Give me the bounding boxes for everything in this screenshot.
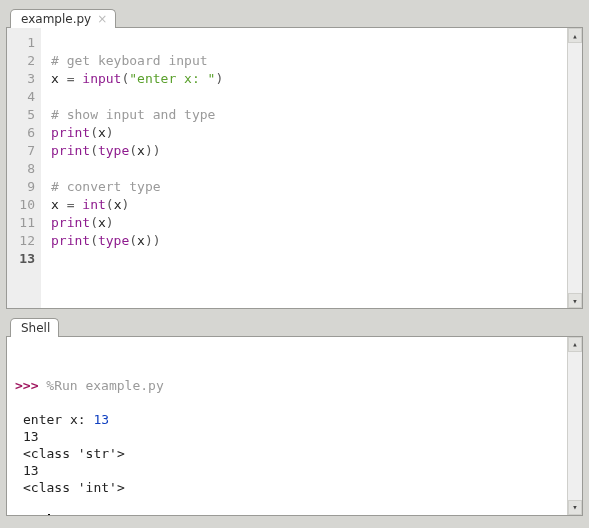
line-number: 4	[11, 88, 35, 106]
token-paren: )	[106, 125, 114, 140]
user-input-value: 13	[93, 412, 109, 427]
code-line[interactable]	[51, 160, 576, 178]
shell-output-line: <class 'int'>	[15, 479, 574, 496]
scroll-down-icon[interactable]: ▾	[568, 500, 582, 515]
token-paren: )	[215, 71, 223, 86]
token-paren: )	[121, 197, 129, 212]
token-ident: x	[51, 71, 67, 86]
scroll-up-icon[interactable]: ▴	[568, 28, 582, 43]
code-line[interactable]	[51, 88, 576, 106]
editor-tab[interactable]: example.py ×	[10, 9, 116, 28]
editor-frame: 12345678910111213 # get keyboard inputx …	[6, 27, 583, 309]
code-line[interactable]: print(x)	[51, 124, 576, 142]
shell-output-line: 13	[15, 428, 574, 445]
token-paren: (	[90, 143, 98, 158]
run-command: %Run example.py	[46, 378, 163, 393]
editor-body[interactable]: 12345678910111213 # get keyboard inputx …	[7, 28, 582, 308]
shell-frame: >>> %Run example.py enter x: 1313<class …	[6, 336, 583, 516]
token-builtin: int	[82, 197, 105, 212]
close-icon[interactable]: ×	[97, 13, 107, 25]
shell-prompt-line: >>> %Run example.py	[15, 377, 574, 394]
line-number: 2	[11, 52, 35, 70]
shell-output-line: <class 'str'>	[15, 445, 574, 462]
token-paren: (	[90, 125, 98, 140]
token-op: =	[67, 71, 83, 86]
token-ident: x	[98, 215, 106, 230]
scroll-down-icon[interactable]: ▾	[568, 293, 582, 308]
shell-prompt-line: >>>	[15, 513, 574, 515]
line-number: 10	[11, 196, 35, 214]
shell-scrollbar[interactable]: ▴ ▾	[567, 337, 582, 515]
token-paren: (	[106, 197, 114, 212]
line-number: 1	[11, 34, 35, 52]
token-builtin: print	[51, 125, 90, 140]
token-ident: x	[137, 143, 145, 158]
token-ident: x	[137, 233, 145, 248]
token-paren: (	[129, 233, 137, 248]
code-line[interactable]: print(type(x))	[51, 232, 576, 250]
shell-tab-label: Shell	[21, 321, 50, 335]
shell-panel: Shell >>> %Run example.py enter x: 1313<…	[0, 313, 589, 520]
code-line[interactable]	[51, 34, 576, 52]
code-line[interactable]: print(x)	[51, 214, 576, 232]
token-builtin: print	[51, 233, 90, 248]
token-comment: # get keyboard input	[51, 53, 208, 68]
shell-area[interactable]: >>> %Run example.py enter x: 1313<class …	[7, 337, 582, 515]
token-paren: (	[129, 143, 137, 158]
token-builtin: type	[98, 143, 129, 158]
shell-blank-line	[15, 496, 574, 513]
token-paren: )	[153, 233, 161, 248]
line-number: 11	[11, 214, 35, 232]
line-number-gutter: 12345678910111213	[7, 28, 41, 308]
code-area[interactable]: # get keyboard inputx = input("enter x: …	[41, 28, 582, 308]
token-string: "enter x: "	[129, 71, 215, 86]
editor-panel: example.py × 12345678910111213 # get key…	[0, 0, 589, 313]
code-line[interactable]	[51, 250, 576, 268]
code-line[interactable]: # get keyboard input	[51, 52, 576, 70]
code-line[interactable]: # convert type	[51, 178, 576, 196]
line-number: 12	[11, 232, 35, 250]
code-line[interactable]: x = input("enter x: ")	[51, 70, 576, 88]
token-paren: )	[153, 143, 161, 158]
token-ident: x	[98, 125, 106, 140]
shell-tab[interactable]: Shell	[10, 318, 59, 337]
line-number: 8	[11, 160, 35, 178]
token-paren: )	[106, 215, 114, 230]
token-comment: # convert type	[51, 179, 161, 194]
prompt-marker: >>>	[15, 378, 46, 393]
token-paren: (	[90, 215, 98, 230]
shell-blank-line	[15, 394, 574, 411]
shell-output-line: 13	[15, 462, 574, 479]
cursor	[48, 514, 50, 515]
token-ident: x	[51, 197, 67, 212]
code-line[interactable]: print(type(x))	[51, 142, 576, 160]
token-paren: )	[145, 143, 153, 158]
editor-tab-label: example.py	[21, 12, 91, 26]
line-number: 13	[11, 250, 35, 268]
shell-input-line: enter x: 13	[15, 411, 574, 428]
shell-tab-row: Shell	[6, 315, 583, 337]
code-line[interactable]: x = int(x)	[51, 196, 576, 214]
input-prompt-text: enter x:	[23, 412, 93, 427]
line-number: 3	[11, 70, 35, 88]
token-paren: (	[90, 233, 98, 248]
line-number: 5	[11, 106, 35, 124]
prompt-marker: >>>	[15, 514, 46, 515]
token-op: =	[67, 197, 83, 212]
token-builtin: type	[98, 233, 129, 248]
line-number: 6	[11, 124, 35, 142]
token-builtin: print	[51, 215, 90, 230]
line-number: 9	[11, 178, 35, 196]
token-builtin: input	[82, 71, 121, 86]
token-comment: # show input and type	[51, 107, 215, 122]
token-paren: )	[145, 233, 153, 248]
editor-scrollbar[interactable]: ▴ ▾	[567, 28, 582, 308]
editor-tab-row: example.py ×	[6, 6, 583, 28]
line-number: 7	[11, 142, 35, 160]
scroll-up-icon[interactable]: ▴	[568, 337, 582, 352]
code-line[interactable]: # show input and type	[51, 106, 576, 124]
token-builtin: print	[51, 143, 90, 158]
